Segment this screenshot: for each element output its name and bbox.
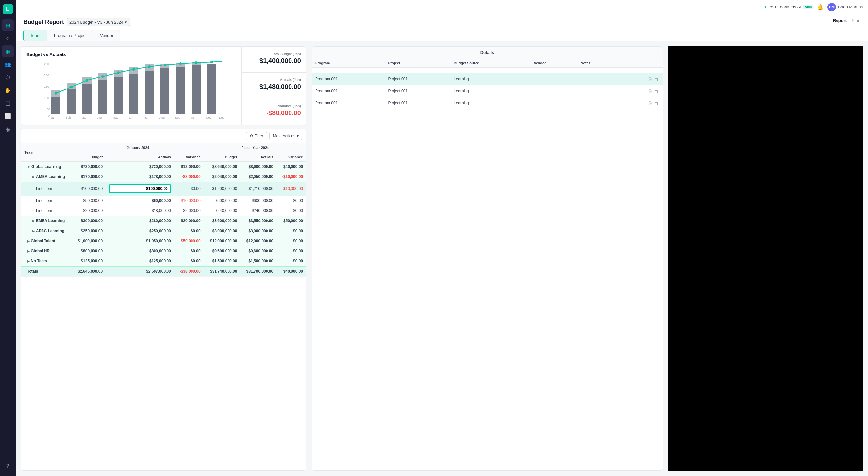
expand-chevron[interactable]: ▶	[27, 249, 30, 253]
col-team: Team	[21, 143, 72, 162]
expand-chevron[interactable]: ▶	[27, 239, 30, 243]
svg-text:150: 150	[44, 85, 49, 88]
svg-rect-6	[51, 97, 60, 114]
svg-text:0: 0	[48, 114, 50, 117]
row-actions: ⎘ 🗑	[622, 76, 659, 82]
details-col-notes: Notes	[577, 58, 618, 68]
team-name-global-hr: ▶ Global HR	[24, 249, 69, 253]
more-actions-button[interactable]: More Actions ▾	[270, 132, 302, 140]
filter-icon: ⚙	[250, 134, 253, 138]
sidebar: L ⊞ ○ ▦ 👥 ⬡ ✋ ◫ ⬜ ◉ ?	[0, 0, 16, 476]
col-group-jan: January 2024	[72, 143, 204, 152]
expand-chevron[interactable]: ▼	[27, 165, 30, 169]
avatar: BM	[828, 3, 836, 11]
tab-plan[interactable]: Plan	[852, 18, 860, 26]
table-row[interactable]: Line Item $100,000.00 $0.00 $1,200,000.0…	[21, 182, 306, 196]
user-menu[interactable]: BM Brian Martins	[828, 3, 863, 11]
sidebar-item-chart[interactable]: ▦	[2, 45, 13, 57]
sidebar-item-help[interactable]: ?	[2, 461, 13, 472]
page: Budget Report 2024 Budget - V3 - Jun 202…	[16, 14, 868, 476]
app-logo[interactable]: L	[3, 4, 13, 14]
svg-rect-12	[98, 80, 107, 114]
actuals-value: $1,480,000.00	[247, 83, 301, 91]
team-name-lineitem-2: Line Item	[24, 198, 69, 203]
filter-button[interactable]: ⚙ Filter	[246, 132, 267, 140]
sidebar-item-people[interactable]: 👥	[2, 58, 13, 70]
tab-report[interactable]: Report	[833, 18, 846, 26]
col-jan-budget: Budget	[72, 152, 106, 162]
delete-icon[interactable]: 🗑	[653, 100, 659, 106]
svg-point-30	[101, 75, 104, 78]
sidebar-item-circle[interactable]: ○	[2, 32, 13, 44]
table-row[interactable]: ▶ AMEA Learning $170,000.00 $178,000.00 …	[21, 172, 306, 182]
stats-panel: Total Budget (Jan) $1,400,000.00 Actuals…	[241, 47, 306, 125]
table-row[interactable]: Line Item $20,000.00 $18,000.00 $2,000.0…	[21, 206, 306, 216]
sidebar-item-hand[interactable]: ✋	[2, 84, 13, 96]
total-budget-label: Total Budget (Jan)	[247, 52, 301, 56]
user-name: Brian Martins	[838, 4, 863, 9]
expand-chevron[interactable]: ▶	[32, 175, 35, 179]
details-panel: Details Program Project Budget Source Ve…	[312, 46, 663, 471]
table-row[interactable]: ▶ APAC Learning $250,000.00 $250,000.00 …	[21, 226, 306, 236]
copy-icon[interactable]: ⎘	[648, 76, 652, 82]
col-fy-actuals: Actuals	[240, 152, 277, 162]
budget-selector[interactable]: 2024 Budget - V3 - Jun 2024 ▾	[66, 18, 130, 26]
table-row[interactable]: ▶ Global HR $800,000.00 $800,000.00 $0.0…	[21, 246, 306, 256]
details-col-vendor: Vendor	[531, 58, 578, 68]
scrollable-table[interactable]: Team January 2024 Fiscal Year 2024 Budge…	[21, 143, 306, 471]
sidebar-item-circle2[interactable]: ◉	[2, 123, 13, 135]
expand-chevron[interactable]: ▶	[27, 260, 30, 263]
table-row[interactable]: Line Item $50,000.00 $60,000.00 -$10,000…	[21, 196, 306, 206]
svg-rect-20	[160, 68, 169, 114]
page-header: Budget Report 2024 Budget - V3 - Jun 202…	[16, 14, 868, 41]
svg-point-28	[70, 86, 73, 88]
copy-icon[interactable]: ⎘	[648, 100, 652, 106]
team-name-lineitem-1: Line Item	[24, 186, 69, 191]
delete-icon[interactable]: 🗑	[653, 88, 659, 94]
details-row[interactable]: Program 001 Project 001 Learning ⎘ 🗑	[312, 85, 662, 97]
actuals-input[interactable]	[109, 184, 171, 193]
chevron-down-icon: ▾	[125, 20, 127, 25]
table-row[interactable]: ▶ Global Talent $1,000,000.00 $1,050,000…	[21, 236, 306, 246]
details-row[interactable]: Program 001 Project 001 Learning ⎘ 🗑	[312, 73, 662, 85]
svg-text:200: 200	[44, 74, 49, 77]
chart-stats-row: Budget vs Actuals 250 200 150 100 50 0	[21, 46, 306, 125]
more-actions-label: More Actions	[273, 134, 296, 138]
delete-icon[interactable]: 🗑	[653, 76, 659, 82]
page-title: Budget Report 2024 Budget - V3 - Jun 202…	[23, 18, 130, 26]
notification-bell[interactable]: 🔔	[817, 4, 824, 10]
details-row[interactable]: Program 001 Project 001 Learning ⎘ 🗑	[312, 97, 662, 109]
svg-text:Feb: Feb	[66, 116, 71, 119]
expand-chevron[interactable]: ▶	[32, 229, 35, 233]
table-row[interactable]: ▼ Global Learning $720,000.00 $720,000.0…	[21, 162, 306, 172]
table-row[interactable]: ▶ EMEA Learning $300,000.00 $280,000.00 …	[21, 216, 306, 226]
sidebar-item-grid[interactable]: ⊞	[2, 20, 13, 31]
svg-text:50: 50	[47, 108, 50, 111]
svg-point-34	[164, 64, 166, 66]
budget-table: Team January 2024 Fiscal Year 2024 Budge…	[21, 143, 306, 277]
svg-point-32	[132, 68, 135, 71]
details-col-budget-source: Budget Source	[451, 58, 531, 68]
ask-learnops-ai[interactable]: ✦ Ask LearnOps AI Beta	[764, 4, 813, 10]
tab-program-project[interactable]: Program / Project	[47, 30, 93, 41]
sidebar-item-square[interactable]: ⬜	[2, 110, 13, 122]
page-title-text: Budget Report	[23, 19, 64, 26]
stat-variance: Variance (Jan) -$80,000.00	[242, 99, 306, 125]
svg-text:Jul: Jul	[145, 116, 148, 119]
details-col-project: Project	[385, 58, 451, 68]
expand-chevron[interactable]: ▶	[32, 219, 35, 223]
table-row[interactable]: ▶ No Team $125,000.00 $125,000.00 $0.00 …	[21, 256, 306, 267]
svg-point-27	[55, 92, 57, 95]
tab-team[interactable]: Team	[23, 30, 48, 41]
svg-text:Jan: Jan	[51, 116, 56, 119]
sidebar-item-box[interactable]: ◫	[2, 97, 13, 109]
report-plan-tabs: Report Plan	[833, 18, 860, 26]
tab-vendor[interactable]: Vendor	[93, 30, 120, 41]
team-name-apac: ▶ APAC Learning	[24, 229, 69, 233]
totals-row: Totals $2,645,000.00 $2,607,000.00 -$38,…	[21, 266, 306, 277]
svg-text:Aug: Aug	[159, 116, 164, 119]
team-name-amea: ▶ AMEA Learning	[24, 174, 69, 179]
svg-text:Sep: Sep	[175, 116, 180, 119]
sidebar-item-hex[interactable]: ⬡	[2, 71, 13, 83]
copy-icon[interactable]: ⎘	[648, 88, 652, 94]
